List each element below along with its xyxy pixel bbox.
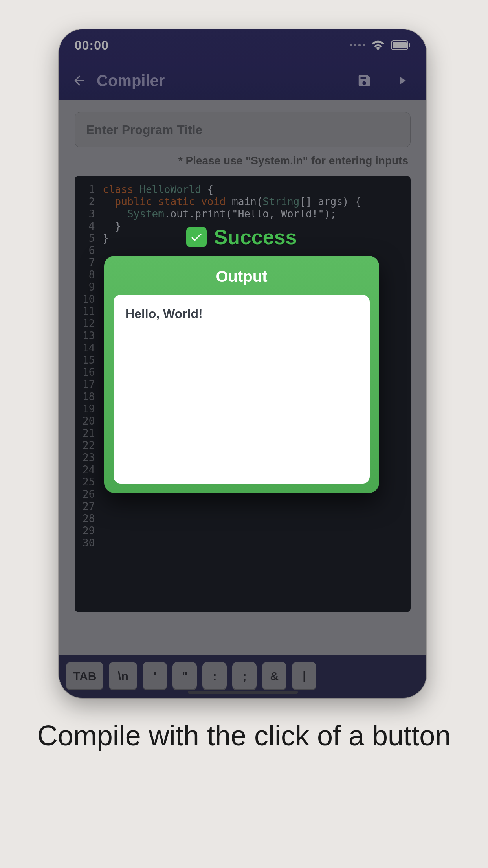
success-banner: Success <box>104 225 379 249</box>
phone-frame: 00:00 Compiler <box>59 29 426 698</box>
check-icon <box>186 227 207 247</box>
modal-overlay[interactable]: Success Output Hello, World! <box>59 29 426 698</box>
output-title: Output <box>104 256 379 295</box>
output-card: Output Hello, World! <box>104 256 379 493</box>
output-text: Hello, World! <box>125 307 203 321</box>
success-text: Success <box>214 225 297 249</box>
promo-caption: Compile with the click of a button <box>0 719 488 752</box>
app-screen: 00:00 Compiler <box>59 29 426 698</box>
output-body: Hello, World! <box>114 295 370 484</box>
